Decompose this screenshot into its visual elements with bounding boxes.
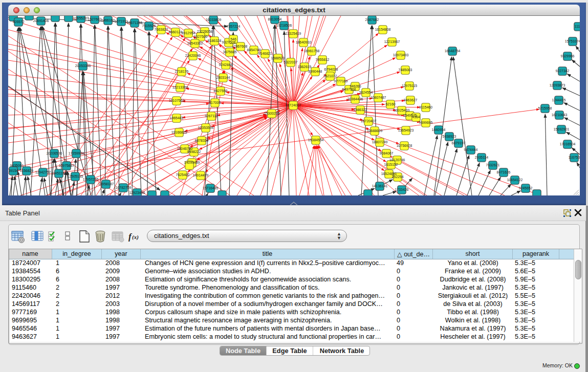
svg-text:6497568: 6497568 (342, 87, 356, 91)
svg-text:10688609: 10688609 (367, 129, 383, 133)
svg-text:8878334: 8878334 (195, 139, 209, 142)
svg-text:10107563: 10107563 (169, 99, 185, 102)
svg-text:5215958: 5215958 (538, 106, 552, 110)
svg-text:12505135: 12505135 (68, 174, 83, 178)
svg-text:9115460: 9115460 (419, 105, 432, 109)
svg-text:3624554: 3624554 (359, 91, 373, 94)
svg-text:9474444: 9474444 (464, 148, 478, 151)
svg-text:14136141: 14136141 (372, 184, 388, 188)
svg-text:8427552: 8427552 (214, 89, 228, 93)
svg-text:7986322: 7986322 (354, 108, 367, 112)
svg-text:15720407: 15720407 (361, 119, 377, 123)
svg-text:2087682: 2087682 (365, 18, 379, 21)
svg-text:252254: 252254 (392, 175, 404, 179)
svg-text:1965483: 1965483 (170, 116, 184, 120)
svg-text:9329966: 9329966 (561, 54, 575, 58)
svg-text:6794028: 6794028 (324, 68, 338, 71)
svg-text:12923446: 12923446 (129, 191, 145, 194)
svg-text:9327508: 9327508 (222, 40, 236, 44)
svg-text:16543362: 16543362 (187, 41, 203, 45)
svg-text:12213967: 12213967 (384, 40, 400, 43)
svg-text:7515526: 7515526 (142, 24, 156, 28)
svg-text:(x): (x) (132, 234, 139, 240)
svg-text:8912954: 8912954 (182, 31, 195, 35)
svg-text:13325419: 13325419 (286, 32, 301, 35)
svg-text:19166825: 19166825 (171, 130, 187, 134)
svg-text:405572: 405572 (13, 20, 25, 24)
svg-text:16782759: 16782759 (116, 186, 132, 189)
svg-text:10654122: 10654122 (507, 178, 523, 182)
svg-text:1440954: 1440954 (432, 128, 446, 132)
svg-text:2867608: 2867608 (234, 45, 248, 48)
svg-text:16033809: 16033809 (206, 18, 222, 21)
svg-text:25300295: 25300295 (264, 112, 280, 115)
svg-text:2803144: 2803144 (216, 76, 230, 79)
svg-text:1156829: 1156829 (20, 169, 33, 172)
svg-text:1244415: 1244415 (552, 98, 566, 102)
svg-text:8471626: 8471626 (497, 170, 511, 174)
svg-text:14914479: 14914479 (193, 173, 209, 177)
svg-text:16210643: 16210643 (552, 113, 568, 117)
svg-text:746266: 746266 (350, 84, 361, 88)
svg-text:15692901: 15692901 (554, 127, 570, 131)
svg-text:1362615: 1362615 (298, 65, 312, 69)
svg-text:9242848: 9242848 (219, 63, 233, 67)
svg-text:9227342: 9227342 (556, 69, 570, 73)
svg-text:20364436: 20364436 (347, 97, 363, 101)
svg-text:10756928: 10756928 (397, 144, 412, 147)
svg-text:10025433: 10025433 (394, 108, 410, 112)
svg-text:9635061: 9635061 (10, 164, 24, 167)
svg-text:1733426: 1733426 (395, 188, 409, 191)
svg-text:11451194: 11451194 (51, 171, 67, 175)
svg-text:19384554: 19384554 (308, 138, 324, 142)
svg-text:12942757: 12942757 (35, 170, 51, 174)
svg-text:12213369: 12213369 (172, 85, 188, 89)
svg-text:20053346: 20053346 (75, 64, 91, 68)
svg-text:5322037: 5322037 (284, 60, 298, 64)
svg-text:10958187: 10958187 (98, 182, 114, 186)
svg-text:10975887: 10975887 (59, 164, 75, 167)
svg-text:10655287: 10655287 (73, 16, 89, 20)
svg-text:9463627: 9463627 (404, 98, 418, 102)
svg-text:19218506: 19218506 (276, 24, 292, 27)
svg-text:2935114: 2935114 (475, 156, 488, 159)
svg-text:8990448: 8990448 (309, 70, 322, 73)
svg-text:4564: 4564 (412, 115, 420, 119)
svg-text:5938923: 5938923 (443, 135, 456, 138)
svg-text:7955812: 7955812 (316, 58, 330, 61)
svg-text:15716485: 15716485 (203, 186, 219, 190)
svg-text:23226058: 23226058 (197, 30, 213, 33)
svg-text:1588520: 1588520 (271, 56, 285, 60)
svg-text:17957255: 17957255 (83, 178, 99, 181)
svg-text:12093873: 12093873 (550, 83, 565, 87)
svg-text:13654923: 13654923 (398, 128, 414, 132)
svg-text:117006: 117006 (209, 101, 221, 104)
svg-text:8186328: 8186328 (208, 39, 222, 42)
svg-text:16671355: 16671355 (127, 21, 143, 25)
svg-text:10973493: 10973493 (393, 53, 409, 57)
svg-text:15751074: 15751074 (565, 39, 580, 43)
svg-text:9084067: 9084067 (380, 151, 394, 155)
svg-text:20691406: 20691406 (33, 19, 49, 23)
svg-text:10120746: 10120746 (389, 158, 405, 162)
svg-text:9146821: 9146821 (258, 52, 272, 55)
svg-text:3675685: 3675685 (223, 50, 237, 54)
svg-text:16154808: 16154808 (375, 28, 391, 31)
svg-text:10807487: 10807487 (371, 96, 386, 99)
svg-text:20206536: 20206536 (47, 151, 62, 155)
svg-text:17359938: 17359938 (69, 151, 84, 155)
svg-text:12975115: 12975115 (402, 84, 417, 87)
svg-text:1071911: 1071911 (115, 19, 128, 23)
svg-text:17016504: 17016504 (560, 142, 576, 146)
svg-text:39154: 39154 (8, 169, 18, 172)
svg-text:7485003: 7485003 (399, 68, 412, 72)
svg-text:12353594: 12353594 (198, 126, 214, 129)
svg-text:6466160: 6466160 (101, 18, 115, 22)
svg-text:16961758: 16961758 (304, 49, 320, 53)
svg-text:116753: 116753 (569, 156, 580, 159)
svg-text:18807249: 18807249 (372, 140, 388, 144)
svg-text:2718176: 2718176 (175, 70, 189, 73)
svg-text:22420046: 22420046 (185, 54, 201, 57)
svg-text:7357224: 7357224 (227, 25, 241, 28)
svg-text:9327500: 9327500 (194, 35, 208, 38)
